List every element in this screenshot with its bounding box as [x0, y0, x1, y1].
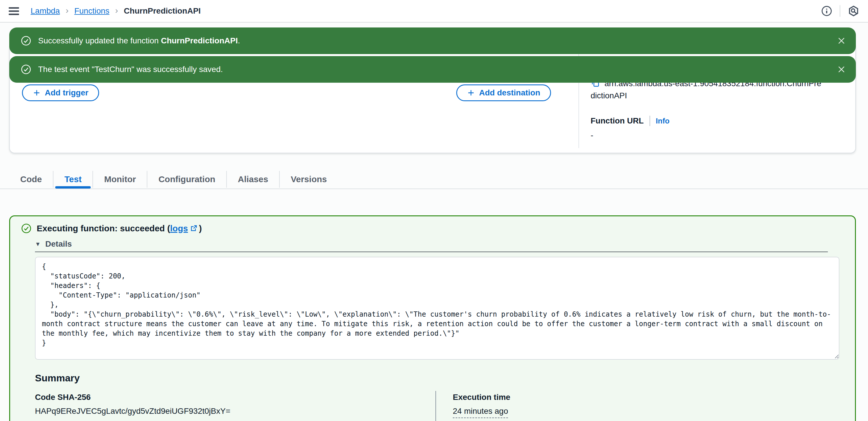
add-trigger-button[interactable]: Add trigger: [22, 84, 99, 101]
function-tabs: Code Test Monitor Configuration Aliases …: [0, 170, 868, 189]
code-sha-label: Code SHA-256: [35, 393, 230, 402]
details-toggle[interactable]: ▼ Details: [35, 239, 72, 249]
function-arn-line2: dictionAPI: [591, 91, 627, 100]
execution-output-textarea[interactable]: { "statusCode": 200, "headers": { "Conte…: [35, 257, 839, 360]
label-divider: [650, 116, 650, 126]
plus-icon: [33, 89, 41, 97]
tab-versions[interactable]: Versions: [280, 170, 338, 188]
close-icon[interactable]: [837, 36, 846, 46]
breadcrumb-lambda[interactable]: Lambda: [31, 6, 60, 16]
logs-link[interactable]: logs: [170, 223, 188, 233]
tab-monitor[interactable]: Monitor: [93, 170, 147, 188]
header-divider: [840, 5, 840, 17]
execution-time-value[interactable]: 24 minutes ago: [453, 407, 508, 418]
breadcrumb-separator-icon: ›: [115, 5, 118, 15]
breadcrumb: Lambda › Functions › ChurnPredictionAPI: [31, 6, 201, 16]
code-sha-field: Code SHA-256 HAPq9EReJVEC5gLavtc/gyd5vZt…: [35, 393, 230, 416]
add-destination-label: Add destination: [479, 88, 540, 97]
plus-icon: [467, 89, 475, 97]
summary-title: Summary: [35, 372, 80, 384]
execution-time-field: Execution time 24 minutes ago: [453, 393, 510, 418]
success-notification-1: Successfully updated the function ChurnP…: [9, 27, 856, 54]
breadcrumb-separator-icon: ›: [66, 5, 68, 15]
tab-code[interactable]: Code: [9, 170, 53, 188]
success-check-icon: [21, 223, 31, 234]
execution-result-panel: Executing function: succeeded (logs) ▼ D…: [9, 215, 856, 421]
tab-aliases[interactable]: Aliases: [227, 170, 279, 188]
resize-grip-icon[interactable]: [833, 352, 839, 359]
details-divider: [35, 251, 828, 252]
check-circle-icon: [21, 36, 31, 46]
info-icon[interactable]: [821, 5, 832, 17]
amazon-q-icon[interactable]: [848, 5, 859, 17]
function-url-info-link[interactable]: Info: [656, 117, 670, 125]
notification-text: Successfully updated the function ChurnP…: [38, 36, 240, 46]
notification-text: The test event "TestChurn" was successfu…: [38, 65, 223, 74]
top-navigation-bar: Lambda › Functions › ChurnPredictionAPI: [0, 0, 868, 23]
breadcrumb-current-page: ChurnPredictionAPI: [124, 6, 201, 16]
function-url-label: Function URL: [591, 116, 644, 125]
details-label: Details: [45, 239, 72, 249]
tab-configuration[interactable]: Configuration: [147, 170, 226, 188]
hamburger-menu-icon[interactable]: [9, 6, 20, 16]
close-icon[interactable]: [837, 65, 846, 74]
summary-divider: [435, 391, 436, 421]
execution-time-label: Execution time: [453, 393, 510, 402]
tabs-underline: [0, 188, 868, 189]
breadcrumb-functions[interactable]: Functions: [74, 6, 109, 16]
add-destination-button[interactable]: Add destination: [456, 84, 551, 101]
tab-test[interactable]: Test: [54, 170, 92, 188]
external-link-icon: [190, 224, 198, 232]
add-trigger-label: Add trigger: [45, 88, 88, 97]
status-text: Executing function: succeeded (logs): [37, 223, 202, 233]
function-url-value: -: [591, 131, 593, 140]
success-notification-2: The test event "TestChurn" was successfu…: [9, 56, 856, 83]
triangle-down-icon: ▼: [35, 241, 41, 247]
execution-status: Executing function: succeeded (logs): [21, 223, 202, 234]
code-sha-value: HAPq9EReJVEC5gLavtc/gyd5vZtd9eiUGF932t0j…: [35, 407, 230, 416]
check-circle-icon: [21, 64, 31, 74]
